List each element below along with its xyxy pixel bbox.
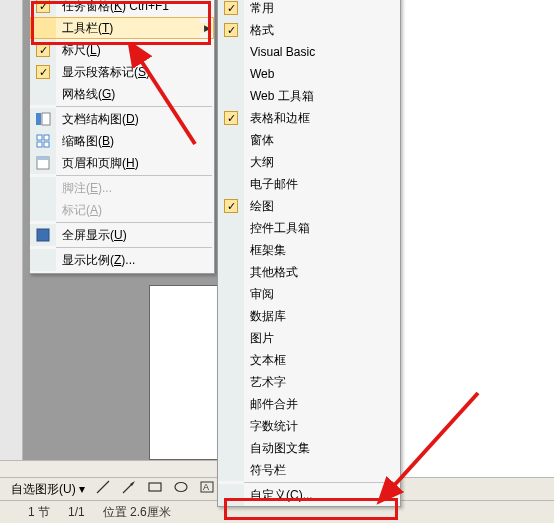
menu-item-icon [30, 199, 56, 221]
menu-item[interactable]: ✓格式 [218, 19, 400, 41]
menu-item-label: 常用 [244, 0, 386, 19]
svg-line-0 [97, 481, 109, 493]
menu-item[interactable]: 缩略图(B) [30, 130, 214, 152]
svg-rect-3 [149, 483, 161, 491]
menu-item-label: 艺术字 [244, 371, 386, 393]
svg-rect-9 [37, 135, 42, 140]
menu-item-icon [218, 173, 244, 195]
menu-item-label: 邮件合并 [244, 393, 386, 415]
svg-rect-12 [44, 142, 49, 147]
menu-item-label: 窗体 [244, 129, 386, 151]
menu-item-label: 图片 [244, 327, 386, 349]
menu-item[interactable]: 显示比例(Z)... [30, 249, 214, 271]
menu-item[interactable]: 文档结构图(D) [30, 108, 214, 130]
menu-item[interactable]: ✓任务窗格(K) Ctrl+F1 [30, 0, 214, 17]
svg-point-4 [175, 483, 187, 492]
menu-item-icon: ✓ [218, 107, 244, 129]
menu-item[interactable]: 自定义(C)... [218, 484, 400, 506]
menu-item[interactable]: 脚注(E)... [30, 177, 214, 199]
menu-item[interactable]: 自动图文集 [218, 437, 400, 459]
menu-item[interactable]: 邮件合并 [218, 393, 400, 415]
menu-item-label: 自定义(C)... [244, 484, 386, 506]
menu-item-icon [218, 415, 244, 437]
svg-rect-15 [37, 229, 49, 241]
menu-item-label: Web 工具箱 [244, 85, 386, 107]
submenu-arrow-icon: ▶ [200, 23, 214, 33]
menu-item[interactable]: 数据库 [218, 305, 400, 327]
menu-item[interactable]: 符号栏 [218, 459, 400, 481]
arrow-tool-icon[interactable] [118, 479, 140, 499]
menu-item-label: 绘图 [244, 195, 386, 217]
menu-item-icon: ✓ [30, 61, 56, 83]
svg-line-17 [390, 393, 478, 490]
menu-item-icon [218, 305, 244, 327]
menu-item-label: 工具栏(T) [56, 17, 200, 39]
menu-item-label: 标记(A) [56, 199, 200, 221]
menu-item-icon: ✓ [218, 195, 244, 217]
svg-rect-10 [44, 135, 49, 140]
menu-item[interactable]: 控件工具箱 [218, 217, 400, 239]
menu-item[interactable]: Web 工具箱 [218, 85, 400, 107]
menu-item-label: 框架集 [244, 239, 386, 261]
menu-item-label: 缩略图(B) [56, 130, 200, 152]
menu-item[interactable]: ✓绘图 [218, 195, 400, 217]
menu-item-label: 其他格式 [244, 261, 386, 283]
menu-item[interactable]: 电子邮件 [218, 173, 400, 195]
oval-tool-icon[interactable] [170, 479, 192, 499]
menu-item-icon [30, 249, 56, 271]
menu-item[interactable]: 文本框 [218, 349, 400, 371]
menu-item-label: 页眉和页脚(H) [56, 152, 200, 174]
menu-item-icon [30, 83, 56, 105]
status-position: 位置 2.6厘米 [103, 504, 171, 521]
svg-rect-11 [37, 142, 42, 147]
menu-item-icon [218, 283, 244, 305]
menu-item[interactable]: Web [218, 63, 400, 85]
menu-item[interactable]: 图片 [218, 327, 400, 349]
menu-item[interactable]: 其他格式 [218, 261, 400, 283]
menu-item-label: 脚注(E)... [56, 177, 200, 199]
menu-item-icon [30, 130, 56, 152]
menu-item-label: 控件工具箱 [244, 217, 386, 239]
menu-item[interactable]: Visual Basic [218, 41, 400, 63]
menu-item-label: 电子邮件 [244, 173, 386, 195]
menu-item[interactable]: 审阅 [218, 283, 400, 305]
line-tool-icon[interactable] [92, 479, 114, 499]
menu-item-label: 标尺(L) [56, 39, 200, 61]
menu-item-icon [30, 224, 56, 246]
menu-item[interactable]: 框架集 [218, 239, 400, 261]
menu-item-icon [218, 484, 244, 506]
menu-item-icon [218, 459, 244, 481]
menu-item-icon [218, 327, 244, 349]
textbox-tool-icon[interactable]: A [196, 479, 218, 499]
menu-item-label: 任务窗格(K) Ctrl+F1 [56, 0, 200, 17]
menu-item-icon [30, 17, 56, 39]
menu-item[interactable]: 标记(A) [30, 199, 214, 221]
menu-item[interactable]: ✓显示段落标记(S) [30, 61, 214, 83]
menu-item[interactable]: 网格线(G) [30, 83, 214, 105]
document-page [149, 285, 219, 460]
view-menu: ✓任务窗格(K) Ctrl+F1工具栏(T)▶✓标尺(L)✓显示段落标记(S)网… [29, 0, 215, 274]
menu-item-label: 全屏显示(U) [56, 224, 200, 246]
menu-item[interactable]: ✓标尺(L) [30, 39, 214, 61]
menu-item[interactable]: ✓常用 [218, 0, 400, 19]
menu-item-label: 文档结构图(D) [56, 108, 200, 130]
menu-item-label: 数据库 [244, 305, 386, 327]
menu-item[interactable]: 大纲 [218, 151, 400, 173]
menu-item[interactable]: 窗体 [218, 129, 400, 151]
menu-item-icon [218, 129, 244, 151]
menu-item-label: 字数统计 [244, 415, 386, 437]
autoshapes-button[interactable]: 自选图形(U) ▾ [8, 479, 88, 499]
menu-item[interactable]: 全屏显示(U) [30, 224, 214, 246]
menu-item[interactable]: 艺术字 [218, 371, 400, 393]
menu-item-icon [30, 152, 56, 174]
menu-item[interactable]: 字数统计 [218, 415, 400, 437]
menu-item[interactable]: 页眉和页脚(H) [30, 152, 214, 174]
horizontal-scrollbar[interactable] [0, 460, 217, 477]
rectangle-tool-icon[interactable] [144, 479, 166, 499]
menu-item-label: 格式 [244, 19, 386, 41]
menu-item[interactable]: ✓表格和边框 [218, 107, 400, 129]
menu-item-icon [218, 371, 244, 393]
menu-item-label: 显示比例(Z)... [56, 249, 200, 271]
menu-item-label: 审阅 [244, 283, 386, 305]
menu-item[interactable]: 工具栏(T)▶ [30, 17, 214, 39]
